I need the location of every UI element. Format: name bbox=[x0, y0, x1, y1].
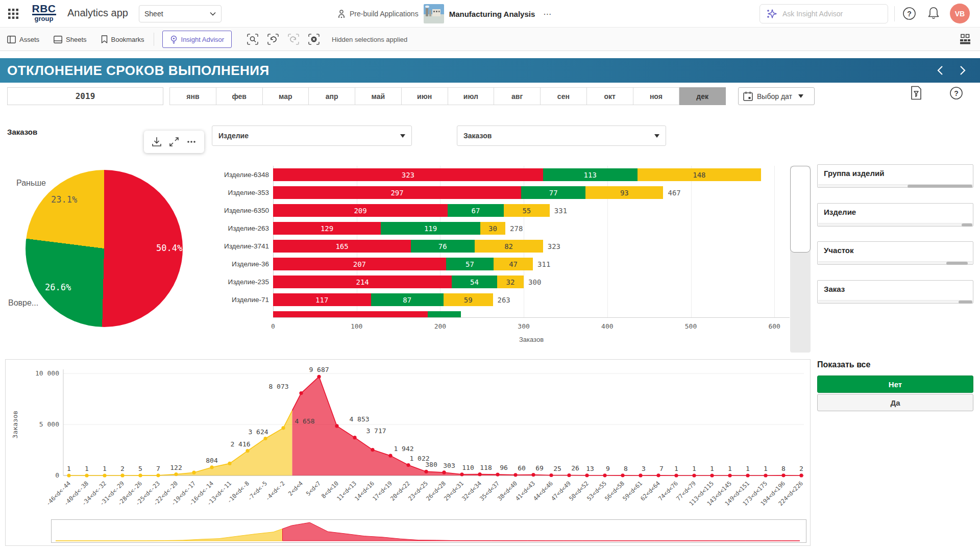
bar-segment-Вовремя[interactable]: 76 bbox=[411, 240, 474, 253]
filter-scrollbar[interactable] bbox=[818, 300, 972, 303]
area-data-point[interactable] bbox=[728, 473, 731, 477]
show-all-option-no[interactable]: Нет bbox=[817, 375, 973, 393]
filter-scrollbar-thumb[interactable] bbox=[962, 223, 972, 227]
area-data-point[interactable] bbox=[513, 473, 517, 477]
prebuild-applications-link[interactable]: Pre-build Applications bbox=[337, 9, 419, 18]
area-data-point[interactable] bbox=[549, 473, 553, 477]
sheet-help-icon[interactable]: ? bbox=[949, 86, 963, 100]
distribution-area-chart[interactable]: 05 00010 000Заказов1-46<d<-441-40<d<-381… bbox=[5, 359, 811, 517]
next-sheet-icon[interactable] bbox=[957, 65, 968, 76]
bar-segment-Позже[interactable]: 297 bbox=[273, 186, 521, 199]
month-filter-мар[interactable]: мар bbox=[263, 87, 309, 105]
bar-row[interactable]: 2096755331 bbox=[273, 204, 790, 217]
area-data-point[interactable] bbox=[639, 473, 642, 477]
download-icon[interactable] bbox=[151, 136, 162, 147]
chart-menu-icon[interactable] bbox=[186, 136, 197, 147]
area-data-point[interactable] bbox=[621, 473, 624, 477]
area-data-point[interactable] bbox=[781, 473, 785, 477]
user-avatar[interactable]: VB bbox=[950, 4, 970, 23]
assets-button[interactable]: Assets bbox=[0, 28, 46, 51]
bar-segment-Раньше[interactable]: 82 bbox=[475, 240, 543, 253]
area-chart-minimap[interactable] bbox=[51, 519, 806, 543]
insight-advisor-button[interactable]: Insight Advisor bbox=[162, 31, 232, 48]
bar-segment-Вовремя[interactable]: 87 bbox=[371, 293, 444, 306]
month-filter-ноя[interactable]: ноя bbox=[633, 87, 680, 105]
filter-scrollbar-thumb[interactable] bbox=[959, 300, 972, 304]
filter-listbox-Заказ[interactable]: Заказ bbox=[817, 280, 973, 304]
filter-listbox-Участок[interactable]: Участок bbox=[817, 241, 973, 265]
insight-advisor-search[interactable]: Ask Insight Advisor bbox=[760, 4, 888, 23]
bar-row[interactable]: 2145432300 bbox=[273, 276, 790, 288]
filter-scrollbar[interactable] bbox=[818, 223, 972, 226]
bar-row[interactable]: 2075747311 bbox=[273, 258, 790, 270]
filter-scrollbar-thumb[interactable] bbox=[908, 185, 972, 188]
area-data-point[interactable] bbox=[460, 472, 463, 476]
show-all-option-yes[interactable]: Да bbox=[817, 394, 973, 411]
area-data-point[interactable] bbox=[567, 473, 571, 477]
bar-segment-Вовремя[interactable]: 113 bbox=[543, 168, 638, 181]
area-data-point[interactable] bbox=[192, 471, 195, 474]
bar-segment-Раньше[interactable]: 93 bbox=[585, 186, 663, 199]
sheet-grid-icon[interactable] bbox=[960, 34, 971, 45]
bar-segment-Позже[interactable]: 117 bbox=[273, 293, 371, 306]
month-filter-авг[interactable]: авг bbox=[494, 87, 541, 105]
area-data-point[interactable] bbox=[496, 472, 499, 476]
filter-listbox-Группа изделий[interactable]: Группа изделий bbox=[817, 164, 973, 188]
month-filter-фев[interactable]: фев bbox=[216, 87, 263, 105]
area-data-point[interactable] bbox=[531, 473, 535, 477]
area-data-point[interactable] bbox=[656, 473, 660, 477]
filter-scrollbar-thumb[interactable] bbox=[946, 262, 968, 265]
area-data-point[interactable] bbox=[799, 473, 803, 477]
bar-segment-Раньше[interactable]: 59 bbox=[444, 293, 493, 306]
bar-segment-Позже[interactable]: 165 bbox=[273, 240, 411, 253]
dimension-dropdown[interactable]: Изделие bbox=[212, 126, 412, 146]
month-filter-май[interactable]: май bbox=[355, 87, 402, 105]
area-data-point[interactable] bbox=[138, 473, 142, 477]
area-data-point[interactable] bbox=[210, 465, 213, 469]
area-data-point[interactable] bbox=[156, 473, 160, 477]
bar-segment-Раньше[interactable]: 32 bbox=[497, 276, 524, 288]
stacked-bar-chart[interactable]: 3231131482977793467209675533112911930278… bbox=[273, 166, 790, 318]
area-data-point[interactable] bbox=[67, 473, 70, 477]
bar-scrollbar-thumb[interactable] bbox=[790, 166, 811, 253]
area-data-point[interactable] bbox=[335, 424, 338, 428]
smart-search-icon[interactable] bbox=[246, 33, 259, 46]
bar-segment-Раньше[interactable]: 148 bbox=[638, 168, 761, 181]
area-data-point[interactable] bbox=[120, 473, 124, 477]
area-data-point[interactable] bbox=[478, 472, 481, 476]
app-menu-button[interactable]: ⋯ bbox=[540, 9, 555, 19]
area-data-point[interactable] bbox=[353, 436, 356, 439]
bar-segment-Позже[interactable]: 214 bbox=[273, 276, 452, 288]
area-data-point[interactable] bbox=[246, 449, 249, 453]
area-data-point[interactable] bbox=[442, 470, 446, 474]
month-filter-июл[interactable]: июл bbox=[448, 87, 495, 105]
bar-segment-Раньше[interactable]: 47 bbox=[494, 258, 533, 270]
selections-tool-icon[interactable] bbox=[910, 86, 923, 100]
notifications-bell-icon[interactable] bbox=[927, 6, 940, 20]
area-data-point[interactable] bbox=[603, 473, 606, 477]
sheets-button[interactable]: Sheets bbox=[46, 28, 93, 51]
area-data-point[interactable] bbox=[692, 473, 696, 477]
area-data-point[interactable] bbox=[674, 473, 678, 477]
area-data-point[interactable] bbox=[764, 473, 767, 477]
area-data-point[interactable] bbox=[281, 426, 285, 430]
help-icon[interactable]: ? bbox=[902, 7, 916, 20]
area-data-point[interactable] bbox=[228, 462, 231, 465]
area-data-point[interactable] bbox=[371, 448, 374, 452]
month-filter-янв[interactable]: янв bbox=[169, 87, 216, 105]
area-data-point[interactable] bbox=[85, 473, 88, 477]
bar-segment-Раньше[interactable]: 30 bbox=[480, 222, 505, 235]
app-thumbnail[interactable] bbox=[424, 4, 444, 23]
area-data-point[interactable] bbox=[406, 463, 410, 467]
bar-row[interactable]: 323113148 bbox=[273, 168, 790, 181]
area-data-point[interactable] bbox=[710, 473, 714, 477]
date-picker-button[interactable]: Выбор дат bbox=[738, 87, 815, 105]
clear-selections-icon[interactable] bbox=[307, 33, 321, 46]
month-filter-окт[interactable]: окт bbox=[587, 87, 633, 105]
bookmarks-button[interactable]: Bookmarks bbox=[94, 28, 152, 51]
area-data-point[interactable] bbox=[746, 473, 749, 477]
bar-segment-Вовремя[interactable]: 119 bbox=[381, 222, 480, 235]
area-data-point[interactable] bbox=[174, 472, 178, 476]
bar-segment-Вовремя[interactable]: 67 bbox=[448, 204, 504, 217]
area-data-point[interactable] bbox=[317, 375, 321, 379]
